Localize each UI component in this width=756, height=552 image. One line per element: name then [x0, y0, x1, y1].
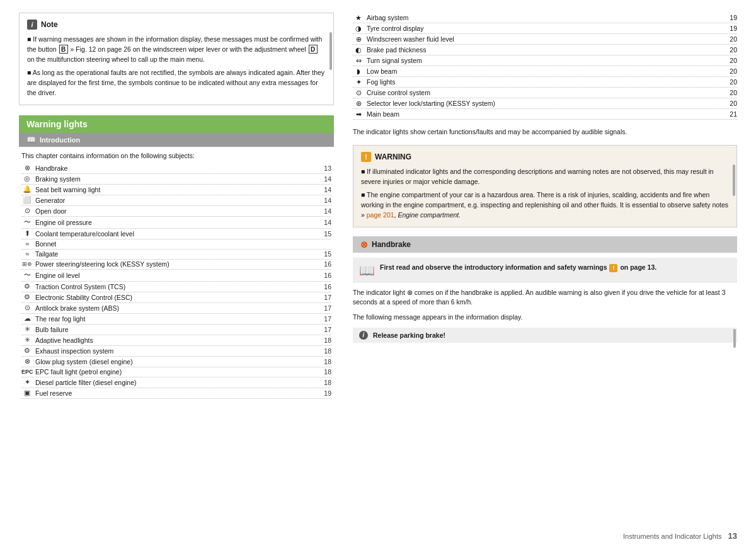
- right-toc-item: ⊛ Selector lever lock/starting (KESSY sy…: [353, 98, 737, 109]
- toc-icon: 〜: [21, 270, 33, 280]
- toc-item: 〜 Engine oil level 16: [21, 270, 331, 282]
- toc-page: 14: [324, 219, 331, 226]
- toc-icon: ⬆: [21, 229, 33, 238]
- toc-icon: ▣: [21, 389, 33, 397]
- handbrake-icon: ⊗: [360, 239, 368, 250]
- toc-icon: ⊙: [21, 304, 33, 312]
- handbrake-desc-1: The indicator light ⊗ comes on if the ha…: [353, 288, 737, 308]
- warning-lights-section: Warning lights 📖 Introduction This chapt…: [19, 115, 334, 399]
- toc-item: ⊙ Antilock brake system (ABS) 17: [21, 303, 331, 314]
- toc-page: 19: [324, 389, 331, 397]
- right-toc-item: ★ Airbag system 19: [353, 13, 737, 23]
- toc-item: ⊙ Open door 14: [21, 206, 331, 217]
- msg-text: Release parking brake!: [373, 331, 445, 339]
- toc-page: 20: [730, 67, 737, 75]
- toc-label: The rear fog light: [35, 315, 321, 323]
- toc-label: Bonnet: [35, 240, 329, 248]
- toc-item: ⊞⊛ Power steering/steering lock (KESSY s…: [21, 260, 331, 270]
- toc-page: 16: [324, 272, 331, 279]
- toc-item: ≈ Bonnet: [21, 239, 331, 250]
- toc-page: 20: [730, 100, 737, 107]
- section-title: Warning lights: [26, 119, 88, 129]
- warning-box: ! WARNING ■ If illuminated indicator lig…: [353, 145, 737, 227]
- toc-item: ⚙ Exhaust inspection system 18: [21, 346, 331, 357]
- toc-label: Selector lever lock/starting (KESSY syst…: [367, 100, 727, 107]
- toc-label: Adaptive headlights: [35, 336, 321, 344]
- toc-page: 18: [324, 347, 331, 355]
- toc-icon: ✳: [21, 325, 33, 333]
- scrollbar[interactable]: [733, 164, 735, 196]
- toc-page: 16: [324, 260, 331, 268]
- warning-header: ! WARNING: [361, 152, 729, 162]
- toc-icon: ⇔: [353, 57, 364, 65]
- footer-text: Instruments and Indicator Lights: [623, 532, 722, 540]
- msg-icon: i: [359, 331, 368, 340]
- toc-item: ▣ Fuel reserve 19: [21, 388, 331, 399]
- toc-page: 18: [324, 336, 331, 344]
- toc-icon: ⊕: [353, 35, 364, 43]
- toc-item: ☁ The rear fog light 17: [21, 314, 331, 325]
- toc-icon: 〜: [21, 217, 33, 227]
- toc-item: ⬆ Coolant temperature/coolant level 15: [21, 229, 331, 239]
- warning-link[interactable]: page 201: [367, 211, 394, 219]
- warning-text: ■ If illuminated indicator lights and th…: [361, 167, 729, 221]
- message-box: i Release parking brake!: [353, 328, 737, 343]
- toc-item: EPC EPC fault light (petrol engine) 18: [21, 367, 331, 377]
- handbrake-intro-box: 📖 First read and observe the introductor…: [353, 258, 737, 283]
- toc-page: 20: [730, 57, 737, 64]
- toc-icon: ◗: [353, 67, 364, 76]
- note-box: i Note ■ If warning messages are shown i…: [19, 13, 334, 105]
- toc-label: Seat belt warning light: [35, 186, 321, 193]
- toc-page: 20: [730, 46, 737, 54]
- toc-icon: ⊙: [353, 89, 364, 97]
- book-icon: 📖: [26, 135, 36, 144]
- toc-label: Tyre control display: [367, 25, 727, 32]
- toc-icon: ✦: [21, 378, 33, 386]
- toc-item: ⬜ Generator 14: [21, 195, 331, 206]
- right-toc-item: ◐ Brake pad thickness 20: [353, 45, 737, 55]
- toc-page: 19: [730, 25, 737, 32]
- toc-item: ✦ Diesel particle filter (diesel engine)…: [21, 377, 331, 388]
- toc-icon: EPC: [21, 369, 33, 375]
- toc-page: 18: [324, 368, 331, 376]
- toc-label: Handbrake: [35, 164, 321, 172]
- toc-label: Traction Control System (TCS): [35, 283, 321, 290]
- toc-page: 14: [324, 207, 331, 215]
- warning-title: WARNING: [375, 152, 411, 161]
- toc-list: ⊗ Handbrake 13 ◎ Braking system 14 🔔 Sea…: [19, 163, 334, 399]
- toc-item: ⚙ Traction Control System (TCS) 16: [21, 282, 331, 292]
- toc-label: Bulb failure: [35, 326, 321, 333]
- warning-icon: !: [361, 152, 371, 162]
- intro-title: Introduction: [40, 136, 80, 144]
- toc-label: Electronic Stability Control (ESC): [35, 294, 321, 301]
- toc-label: Diesel particle filter (diesel engine): [35, 379, 321, 386]
- toc-label: EPC fault light (petrol engine): [35, 368, 321, 376]
- scrollbar[interactable]: [329, 32, 332, 70]
- right-toc-list: ★ Airbag system 19 ◑ Tyre control displa…: [353, 13, 737, 120]
- toc-page: 20: [730, 89, 737, 96]
- toc-page: 20: [730, 35, 737, 43]
- toc-page: 13: [324, 164, 331, 172]
- footer-page: 13: [728, 531, 737, 541]
- handbrake-desc-2: The following message appears in the inf…: [353, 313, 737, 323]
- toc-icon: ➡: [353, 110, 364, 118]
- toc-label: Fuel reserve: [35, 389, 321, 397]
- toc-item: ⚙ Electronic Stability Control (ESC) 17: [21, 292, 331, 303]
- info-icon: i: [27, 20, 37, 30]
- toc-item: ⊗ Glow plug system (diesel engine) 18: [21, 357, 331, 367]
- toc-icon: ⚙: [21, 293, 33, 301]
- right-toc-item: ✦ Fog lights 20: [353, 77, 737, 88]
- scrollbar[interactable]: [733, 329, 736, 348]
- toc-page: 15: [324, 230, 331, 238]
- right-column: ★ Airbag system 19 ◑ Tyre control displa…: [353, 13, 737, 539]
- toc-icon: ≈: [21, 250, 33, 258]
- toc-label: Antilock brake system (ABS): [35, 304, 321, 312]
- toc-icon: ⊗: [21, 357, 33, 365]
- toc-icon: ⊛: [353, 100, 364, 108]
- toc-label: Coolant temperature/coolant level: [35, 230, 321, 238]
- toc-icon: ⊞⊛: [21, 261, 33, 267]
- note-line-1: ■ If warning messages are shown in the i…: [27, 35, 326, 64]
- handbrake-header: ⊗ Handbrake: [353, 236, 737, 253]
- toc-icon: ◑: [353, 25, 364, 33]
- toc-item: 🔔 Seat belt warning light 14: [21, 185, 331, 195]
